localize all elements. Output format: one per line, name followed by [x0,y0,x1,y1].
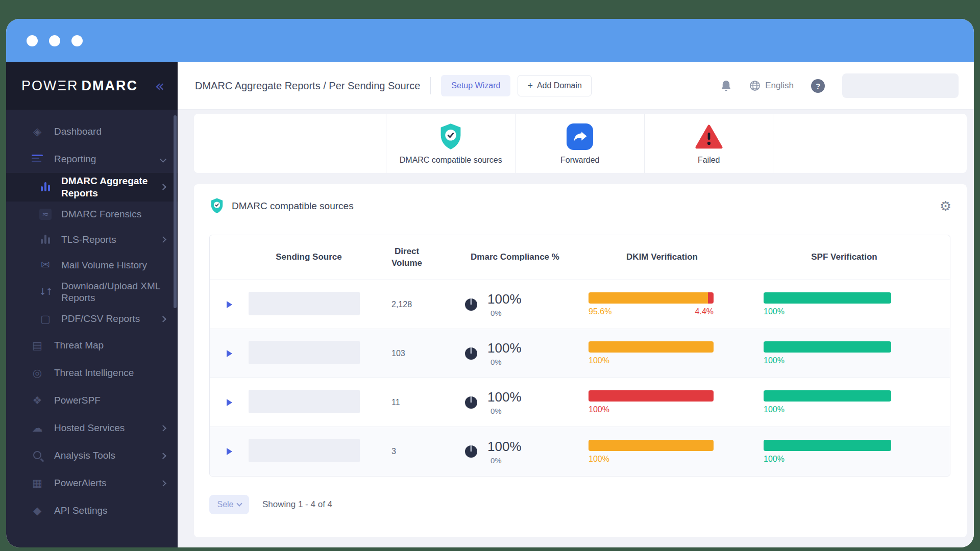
sidebar-item-threat-map[interactable]: ▤ Threat Map [6,332,178,359]
sidebar-scrollbar[interactable] [174,115,177,308]
grid-icon: ▦ [30,478,45,489]
main-area: DMARC Aggregate Reports / Per Sending So… [178,62,974,547]
col-sending-source: Sending Source [249,252,369,263]
table-footer: Sele Showing 1 - 4 of 4 [209,495,951,514]
compliance-percent: 100% [487,340,522,356]
plus-icon: + [527,81,533,90]
dkim-bar: 95.6% 4.4% [589,292,714,316]
chevron-right-icon [160,425,166,432]
header-divider [430,77,431,94]
sidebar-nav: ◈ Dashboard Reporting DMARC Aggregate Re… [6,110,178,524]
file-brackets-icon: ▢ [38,314,53,324]
breadcrumb: DMARC Aggregate Reports / Per Sending So… [195,80,420,92]
window-control-dot[interactable] [71,35,83,46]
expand-row-icon[interactable] [227,448,232,455]
forward-arrow-icon [567,122,593,151]
dkim-fail-label: 4.4% [695,307,714,316]
table-row: 3 100%0% 100% 100% [210,427,950,476]
sidebar-item-tls-reports[interactable]: TLS-Reports [6,227,178,253]
direct-volume-value: 3 [369,447,445,456]
page-header: DMARC Aggregate Reports / Per Sending So… [178,62,974,110]
select-dropdown[interactable]: Sele [209,495,249,514]
sidebar-item-dmarc-aggregate-reports[interactable]: DMARC Aggregate Reports [6,173,178,202]
settings-gear-icon[interactable]: ⚙ [940,199,951,213]
sending-sources-table: Sending Source Direct Volume Dmarc Compl… [209,235,950,477]
bell-icon[interactable] [720,80,732,92]
sidebar-item-api-settings[interactable]: ◆ API Settings [6,497,178,524]
sidebar-item-threat-intelligence[interactable]: ◎ Threat Intelligence [6,359,178,387]
sidebar-item-dmarc-forensics[interactable]: ≈ DMARC Forensics [6,202,178,227]
sidebar-item-dashboard[interactable]: ◈ Dashboard [6,118,178,145]
panel-title: DMARC compatible sources [232,201,354,212]
mail-icon: ✉ [38,260,53,270]
logo-block: POWΞRDMARC « [6,62,178,110]
direct-volume-value: 2,128 [369,300,445,309]
window-control-dot[interactable] [27,35,38,46]
dkim-bar: 100% [589,341,714,365]
sidebar-item-reporting[interactable]: Reporting [6,145,178,173]
sidebar: POWΞRDMARC « ◈ Dashboard Reporting DMARC… [6,62,178,547]
help-icon[interactable]: ? [811,79,825,93]
expand-row-icon[interactable] [227,399,232,406]
dkim-fail-label: 100% [589,405,609,414]
summary-stats-card: DMARC compatible sources Forwarded Faile… [194,114,967,173]
dkim-bar: 100% [589,440,714,464]
chevron-down-icon [236,500,242,506]
reporting-list-icon [30,153,45,166]
dashboard-icon: ◈ [30,127,45,137]
globe-icon [749,80,761,91]
sidebar-item-powerspf[interactable]: ❖ PowerSPF [6,387,178,414]
waveform-icon: ≈ [38,208,53,220]
stat-failed[interactable]: Failed [644,114,773,173]
sidebar-item-mail-volume-history[interactable]: ✉ Mail Volume History [6,253,178,278]
chevron-right-icon [160,480,166,487]
compliance-donut-chart [465,298,477,311]
chevron-right-icon [160,184,166,190]
language-label: English [765,81,794,91]
search-input[interactable] [842,73,959,98]
sidebar-item-hosted-services[interactable]: ☁ Hosted Services [6,414,178,442]
powerdmarc-logo: POWΞRDMARC [21,78,138,94]
chevron-right-icon [160,453,166,459]
layers-icon: ◆ [30,506,45,516]
content-area: DMARC compatible sources Forwarded Faile… [178,110,974,547]
sidebar-item-download-upload-xml-reports[interactable]: ↓↑ Download/Upload XML Reports [6,278,178,307]
expand-row-icon[interactable] [227,350,232,357]
stat-forwarded[interactable]: Forwarded [515,114,644,173]
cloud-icon: ☁ [30,423,45,434]
bar-chart-icon [38,181,53,193]
setup-wizard-button[interactable]: Setup Wizard [441,75,510,96]
pagination-status: Showing 1 - 4 of 4 [262,499,332,510]
target-icon: ◎ [30,368,45,379]
chevron-right-icon [160,236,166,243]
expand-row-icon[interactable] [227,301,232,308]
compliance-percent: 100% [487,439,522,455]
col-dkim-verification: DKIM Verification [585,252,739,263]
forwarded-percent: 0% [487,456,522,465]
col-spf-verification: SPF Verification [739,252,950,263]
spf-bar: 100% [764,390,891,414]
compliance-donut-chart [465,396,477,409]
direct-volume-value: 11 [369,398,445,407]
compliance-donut-chart [465,445,477,458]
download-upload-arrows-icon: ↓↑ [38,287,53,296]
dkim-bar: 100% [589,390,714,414]
forwarded-percent: 0% [487,309,522,317]
stat-dmarc-compatible-sources[interactable]: DMARC compatible sources [386,114,515,173]
compliance-donut-chart [465,347,477,360]
table-row: 2,128 100%0% 95 [210,280,950,329]
shield-check-icon [209,197,225,214]
app-window: POWΞRDMARC « ◈ Dashboard Reporting DMARC… [6,19,974,547]
table-row: 103 100%0% 100% 100% [210,329,950,378]
sidebar-collapse-icon[interactable]: « [155,79,164,94]
sending-source-redacted [249,390,360,413]
add-domain-button[interactable]: + Add Domain [518,75,592,96]
chevron-down-icon [160,156,166,163]
language-selector[interactable]: English [749,80,794,91]
window-control-dot[interactable] [49,35,60,46]
sidebar-item-analysis-tools[interactable]: Analysis Tools [6,442,178,469]
sidebar-item-pdf-csv-reports[interactable]: ▢ PDF/CSV Reports [6,306,178,332]
window-titlebar [6,19,974,62]
table-header-row: Sending Source Direct Volume Dmarc Compl… [210,235,950,280]
sidebar-item-poweralerts[interactable]: ▦ PowerAlerts [6,469,178,497]
